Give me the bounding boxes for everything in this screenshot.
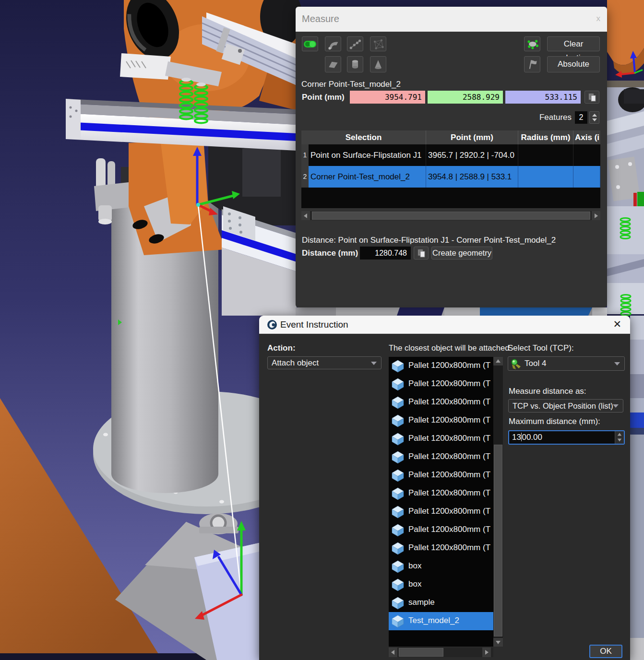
measure-as-dropdown[interactable]: TCP vs. Object Position (list) [508,399,623,412]
features-label: Features [526,113,572,122]
mesh-network-icon [371,38,385,50]
table-horizontal-scrollbar[interactable] [301,211,600,220]
object-list-item[interactable]: Pallet 1200x800mm (T [389,466,493,484]
scroll-down-icon[interactable] [493,638,503,647]
spin-up-icon[interactable] [618,433,622,436]
table-row[interactable]: 2Corner Point-Test_model_23954.8 | 2588.… [301,166,600,188]
cube-icon [391,596,405,612]
object-list[interactable]: Pallet 1200x800mm (T Pallet 1200x800mm (… [389,357,503,647]
object-list-item[interactable]: sample [389,594,493,612]
measure-as-label: Measure distance as: [509,387,586,396]
cube-icon [391,450,405,466]
object-list-item[interactable]: Pallet 1200x800mm (T [389,412,493,430]
cell-selection: Corner Point-Test_model_2 [309,166,426,188]
chevron-down-icon [614,362,620,365]
create-geometry-button[interactable]: Create geometry [431,247,492,259]
tool-dropdown[interactable]: Tool 4 [508,356,625,371]
cell-point: 3965.7 | 2920.2 | -704.0 [426,144,518,166]
copy-point-button[interactable] [584,91,599,104]
table-row[interactable]: 1Point on Surface-Flipstation J13965.7 |… [301,144,600,166]
object-list-item[interactable]: Pallet 1200x800mm (T [389,521,493,539]
max-distance-spinner[interactable] [615,431,624,444]
header-point: Point (mm) [426,130,518,144]
object-list-item[interactable]: Pallet 1200x800mm (T [389,375,493,393]
cube-icon [391,542,405,557]
object-label: Pallet 1200x800mm (T [408,543,490,553]
scrollbar-thumb[interactable] [312,212,590,220]
cell-selection: Point on Surface-Flipstation J1 [309,144,426,166]
list-horizontal-scrollbar[interactable] [389,648,493,657]
point-y-field[interactable]: 2588.929 [428,91,503,104]
measure-title: Measure [302,13,339,24]
cell-axis [573,144,600,166]
point-z-field[interactable]: 533.115 [505,91,581,104]
tool-value: Tool 4 [525,359,546,368]
object-label: box [408,579,421,589]
object-list-item[interactable]: Pallet 1200x800mm (T [389,484,493,503]
absolute-button[interactable]: Absolute [547,56,600,72]
object-list-item[interactable]: Pallet 1200x800mm (T [389,357,493,375]
measure-table-header: Selection Point (mm) Radius (mm) Axis (i [301,130,600,144]
max-distance-input[interactable]: 1300.00 [508,430,625,445]
object-list-item[interactable]: Pallet 1200x800mm (T [389,448,493,466]
features-spinner[interactable] [589,111,599,124]
measure-enable-toggle[interactable] [302,36,318,51]
flag-icon [525,58,539,71]
copy-distance-button[interactable] [414,247,429,259]
measure-mesh-button[interactable] [370,36,386,51]
application-window: Measure x [0,0,644,660]
ok-button[interactable]: OK [589,645,622,658]
action-label: Action: [267,343,296,353]
action-dropdown[interactable]: Attach object [267,356,382,369]
object-list-item[interactable]: Pallet 1200x800mm (T [389,539,493,557]
cube-icon [391,578,405,594]
measure-plane-button[interactable] [325,56,341,72]
event-titlebar[interactable]: Event Instruction ✕ [259,316,630,334]
object-list-item[interactable]: box [389,576,493,594]
scroll-right-icon[interactable] [592,211,600,220]
measure-selection-mode-button[interactable] [524,36,540,51]
object-label: Pallet 1200x800mm (T [408,507,490,516]
list-vertical-scrollbar[interactable] [493,357,503,647]
object-list-item[interactable]: Pallet 1200x800mm (T [389,393,493,412]
object-label: Pallet 1200x800mm (T [408,361,490,370]
measure-surface-button[interactable] [325,36,341,51]
measure-reference-button[interactable] [524,56,540,72]
scroll-left-icon[interactable] [389,648,397,657]
clear-selection-button[interactable]: Clear selection [547,36,600,51]
object-list-item[interactable]: box [389,557,493,576]
scrollbar-thumb[interactable] [399,648,443,657]
scroll-right-icon[interactable] [482,648,491,657]
spin-down-icon[interactable] [592,118,597,121]
spin-up-icon[interactable] [592,114,597,117]
point-x-field[interactable]: 3954.791 [350,91,425,104]
measure-cylinder-button[interactable] [347,56,363,72]
header-selection: Selection [301,130,426,144]
measure-table-body: 1Point on Surface-Flipstation J13965.7 |… [301,144,600,188]
cell-radius [518,166,573,188]
object-list-item[interactable]: Pallet 1200x800mm (T [389,430,493,448]
spin-down-icon[interactable] [618,439,622,442]
cone-icon [371,58,385,71]
point-label: Point (mm) [302,93,345,102]
measure-polyline-button[interactable] [347,36,363,51]
cube-icon [391,432,405,448]
text-cursor [521,433,522,441]
object-list-item[interactable]: Test_model_2 [389,612,493,630]
scroll-left-icon[interactable] [301,211,310,220]
features-count-field[interactable]: 2 [575,111,587,124]
scrollbar-thumb[interactable] [494,445,502,636]
cube-icon [391,469,405,484]
object-list-item[interactable]: Pallet 1200x800mm (T [389,503,493,521]
scroll-up-icon[interactable] [493,357,503,365]
measure-titlebar[interactable]: Measure x [296,7,607,32]
cube-icon [391,414,405,430]
copy-icon [417,248,426,258]
measure-cone-button[interactable] [370,56,386,72]
surface-fan-icon [326,38,340,50]
distance-value-field[interactable]: 1280.748 [360,247,411,259]
cube-icon [391,359,405,375]
close-icon[interactable]: x [596,14,601,24]
row-number: 1 [301,144,309,166]
close-icon[interactable]: ✕ [613,318,621,330]
